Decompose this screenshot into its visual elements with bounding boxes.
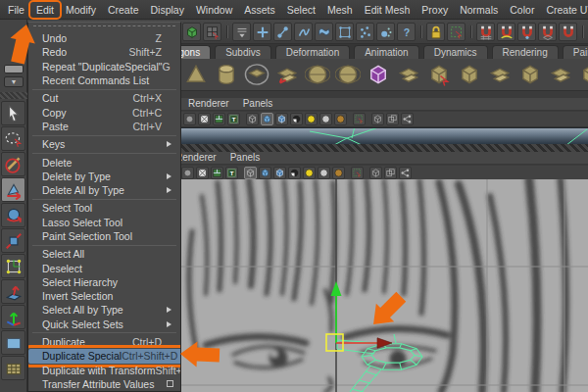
textured-cube-icon[interactable] [275,113,288,125]
paint-selection-tool-button[interactable] [1,152,25,176]
wireframe-cube-icon[interactable] [244,167,257,179]
universal-manipulator-button[interactable] [1,254,25,278]
letter-t-box-icon[interactable]: T [225,167,238,179]
selection-mask-dropdown-icon[interactable] [232,23,251,41]
poly-combine-shelf-button[interactable] [578,62,588,87]
snap-to-point-icon[interactable] [517,23,536,41]
poly-mirror-shelf-button[interactable] [487,62,513,87]
mask-misc-icon[interactable]: ? [397,23,416,41]
key-light-yellow-icon[interactable] [303,167,316,179]
green-cube-cursor-icon[interactable] [182,23,201,41]
menu-item-delete[interactable]: Delete [28,155,180,169]
shelf-tab-subdivs[interactable]: Subdivs [215,45,271,59]
menu-item-paint-selection-tool[interactable]: Paint Selection Tool [28,229,180,243]
poly-scatter-shelf-button[interactable] [274,62,300,87]
lasso-select-tool-button[interactable] [1,126,25,151]
poly-cube-triangle-shelf-button[interactable] [517,62,543,87]
ambient-light-bronze-icon[interactable] [334,113,347,125]
xray-cube-icon[interactable] [371,113,384,125]
poly-plane-circled-shelf-button[interactable] [244,62,270,87]
checker-ball-icon[interactable] [288,167,301,179]
menubar-item-display[interactable]: Display [144,2,189,18]
menu-item-recent-commands-list[interactable]: Recent Commands List [28,74,180,87]
shelf-tab-painteffects[interactable]: PaintEffects [563,45,588,59]
menu-item-delete-by-type[interactable]: Delete by Type [28,170,180,183]
mask-emitters-icon[interactable] [376,23,395,41]
menubar-item-proxy[interactable]: Proxy [416,2,454,18]
scale-tool-button[interactable] [1,228,25,253]
poly-cube-cursor-shelf-button[interactable] [426,62,452,87]
shelf-tab-animation[interactable]: Animation [354,45,418,59]
menu-item-select-all[interactable]: Select All [28,247,180,261]
shelf-menu-button[interactable]: ▼ [4,76,24,87]
move-tool-button[interactable] [1,177,25,202]
menu-item-duplicate-special[interactable]: Duplicate SpecialCtrl+Shift+D [28,349,180,363]
mask-curves-icon[interactable] [294,23,313,41]
menubar-item-window[interactable]: Window [190,2,238,18]
snap-to-curve-icon[interactable] [497,23,515,41]
poly-sphere-2-shelf-button[interactable] [305,62,330,87]
menubar-item-edit-mesh[interactable]: Edit Mesh [359,2,416,18]
menu-item-redo[interactable]: RedoShift+Z [28,45,180,59]
letter-t-box-icon[interactable]: T [227,113,240,125]
resolution-gate-icon[interactable] [211,167,223,179]
poly-plane-arrow-shelf-button[interactable] [396,62,421,87]
film-gate-x-icon[interactable] [198,113,211,125]
poly-cone-shelf-button[interactable] [183,62,209,87]
menu-item-invert-selection[interactable]: Invert Selection [28,289,180,303]
smooth-shade-cube-icon[interactable] [259,167,271,179]
key-light-yellow-icon[interactable] [305,113,318,125]
menubar-item-create[interactable]: Create [102,2,145,18]
menu-item-transfer-attribute-values[interactable]: Transfer Attribute Values [28,377,180,391]
panel-menu-panels[interactable]: Panels [243,98,273,110]
snap-magnet-icon[interactable] [559,23,577,41]
camera-circle-icon[interactable] [183,113,196,125]
select-tool-button[interactable] [1,101,25,125]
poly-sphere-3-shelf-button[interactable] [335,62,361,87]
textured-cube-icon[interactable] [273,167,286,179]
mask-lattices-icon[interactable] [335,23,354,41]
menu-item-select-all-by-type[interactable]: Select All by Type [28,303,180,317]
film-gate-x-icon[interactable] [196,167,209,179]
menu-item-deselect[interactable]: Deselect [28,261,180,274]
menu-item-lasso-select-tool[interactable]: Lasso Select Tool [28,216,180,229]
menubar-item-edit[interactable]: Edit [30,2,60,18]
menu-tearoff-handle[interactable] [33,25,175,29]
flat-light-gray-icon[interactable] [318,167,330,179]
panel-menu-renderer[interactable]: Renderer [175,152,217,164]
mask-particles-icon[interactable] [356,23,374,41]
menu-item-paste[interactable]: PasteCtrl+V [28,120,180,133]
xray-overlap-cube-icon[interactable] [386,113,399,125]
menubar-item-mesh[interactable]: Mesh [321,2,359,18]
resolution-gate-icon[interactable] [213,113,225,125]
menu-item-repeat-duplicatespecial[interactable]: Repeat "DuplicateSpecial"G [28,60,180,74]
smooth-shade-cube-icon[interactable] [261,113,273,125]
panel-menu-renderer[interactable]: Renderer [188,98,229,110]
shelf-handle-button[interactable] [4,65,24,74]
rotate-tool-button[interactable] [1,203,25,227]
menu-item-duplicate-with-transform[interactable]: Duplicate with TransformShift+D [28,364,180,377]
isolate-select-icon[interactable] [353,113,366,125]
menu-item-copy[interactable]: CopyCtrl+C [28,105,180,119]
isolate-select-icon[interactable] [351,167,364,179]
menu-item-duplicate[interactable]: DuplicateCtrl+D [28,335,180,349]
option-box-icon[interactable] [167,380,173,387]
menu-item-undo[interactable]: UndoZ [28,31,180,45]
menubar-item-assets[interactable]: Assets [238,2,281,18]
xray-cube-icon[interactable] [369,167,382,179]
last-tool-button[interactable] [1,330,25,355]
camera-circle-icon[interactable] [181,167,194,179]
poly-cube-interactive-shelf-button[interactable] [366,62,391,87]
grid-layout-cursor-icon[interactable] [203,23,221,41]
menubar-item-create-uvs[interactable]: Create UVs [540,2,588,18]
flat-light-gray-icon[interactable] [319,113,332,125]
shelf-tab-rendering[interactable]: Rendering [492,45,559,59]
poly-planes-shelf-button[interactable] [548,62,573,87]
menu-item-select-hierarchy[interactable]: Select Hierarchy [28,275,180,289]
shelf-tab-deformation[interactable]: Deformation [275,45,350,59]
mask-joints-icon[interactable] [273,23,292,41]
menu-item-select-tool[interactable]: Select Tool [28,201,180,215]
menubar-item-file[interactable]: File [2,2,30,18]
poly-cubes-shelf-button[interactable] [457,62,482,87]
mask-surfaces-icon[interactable] [315,23,333,41]
